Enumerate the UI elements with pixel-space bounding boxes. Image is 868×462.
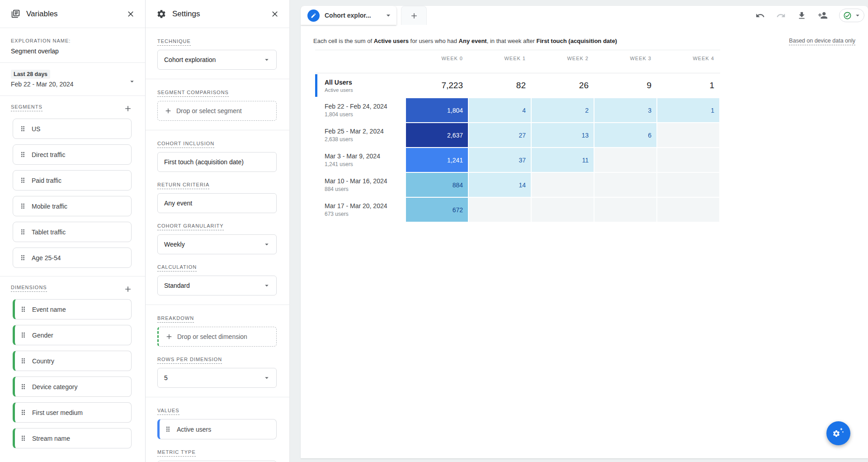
- drag-handle-icon: [19, 331, 27, 339]
- chevron-down-icon[interactable]: [384, 11, 393, 20]
- segment-chip-mobile-traffic[interactable]: Mobile traffic: [13, 196, 132, 216]
- add-tab-button[interactable]: [401, 6, 427, 25]
- all-users-value: 1: [657, 81, 720, 90]
- drag-handle-icon: [19, 228, 27, 236]
- breakdown-dropzone[interactable]: Drop or select dimension: [157, 327, 277, 347]
- canvas-area: Cohort explor...: [290, 0, 868, 462]
- segment-chip-direct-traffic[interactable]: Direct traffic: [13, 144, 132, 165]
- cohort-cell: [657, 198, 719, 222]
- redo-button[interactable]: [776, 11, 786, 20]
- dimension-chip-label: First user medium: [32, 409, 83, 416]
- all-users-value: 9: [594, 81, 657, 90]
- cohort-size: 1,804 users: [325, 111, 406, 118]
- cohort-date-range: Mar 3 - Mar 9, 2024: [325, 152, 406, 160]
- segment-chip-age-25-54[interactable]: Age 25-54: [13, 248, 132, 268]
- segment-chip-tablet-traffic[interactable]: Tablet traffic: [13, 222, 132, 242]
- cohort-date-range: Mar 17 - Mar 20, 2024: [325, 202, 406, 210]
- cohort-granularity-select[interactable]: Weekly: [157, 234, 277, 254]
- undo-button[interactable]: [755, 11, 765, 20]
- cohort-size: 884 users: [325, 186, 406, 192]
- date-range-selector[interactable]: Last 28 days Feb 22 - Mar 20, 2024: [0, 63, 145, 96]
- segment-chip-label: Tablet traffic: [32, 229, 66, 236]
- dimension-chip-device-category[interactable]: Device category: [13, 376, 132, 397]
- date-preset-badge: Last 28 days: [11, 70, 50, 79]
- cohort-cell: 6: [594, 123, 656, 147]
- week-header-row: WEEK 0 WEEK 1 WEEK 2 WEEK 3 WEEK 4: [315, 50, 720, 73]
- technique-label: TECHNIQUE: [157, 38, 191, 46]
- segment-chip-paid-traffic[interactable]: Paid traffic: [13, 170, 132, 191]
- settings-close-icon[interactable]: [270, 10, 279, 19]
- segment-comparisons-label: SEGMENT COMPARISONS: [157, 90, 229, 97]
- return-criteria-select[interactable]: Any event: [157, 193, 277, 213]
- drag-handle-icon: [19, 305, 27, 313]
- segment-chip-label: Age 25-54: [32, 254, 61, 262]
- calculation-label: CALCULATION: [157, 264, 197, 271]
- cohort-cell: 884: [406, 173, 468, 197]
- cohort-row: Mar 17 - Mar 20, 2024 673 users 672: [315, 197, 720, 222]
- plus-icon: [165, 333, 173, 341]
- metric-type-label: METRIC TYPE: [157, 449, 196, 457]
- exploration-name-label: EXPLORATION NAME:: [11, 38, 71, 43]
- cohort-cell: [594, 198, 656, 222]
- cohort-cell: [532, 198, 594, 222]
- based-on-device-data-link[interactable]: Based on device data only: [789, 38, 855, 45]
- cohort-cell: [469, 198, 531, 222]
- cohort-size: 2,638 users: [325, 136, 406, 143]
- technique-select[interactable]: Cohort exploration: [157, 50, 277, 70]
- chevron-down-icon: [854, 11, 862, 19]
- cohort-cell: 3: [594, 98, 656, 122]
- cohort-inclusion-label: COHORT INCLUSION: [157, 141, 214, 148]
- rows-per-dimension-select[interactable]: 5: [157, 368, 277, 388]
- cohort-date-range: Mar 10 - Mar 16, 2024: [325, 177, 406, 185]
- chevron-down-icon: [263, 56, 271, 64]
- cohort-cell: 37: [469, 148, 531, 172]
- tab-label: Cohort explor...: [325, 12, 371, 19]
- week-header: WEEK 2: [531, 56, 594, 61]
- exploration-name-value[interactable]: Segment overlap: [11, 48, 134, 55]
- cohort-cell: [657, 123, 719, 147]
- add-dimension-button[interactable]: [123, 285, 132, 294]
- exploration-card: Cohort explor...: [301, 6, 868, 458]
- chevron-down-icon: [263, 240, 271, 248]
- segment-chip-label: Direct traffic: [32, 151, 65, 158]
- variables-panel: Variables EXPLORATION NAME: Segment over…: [0, 0, 146, 462]
- cohort-cell: 2: [532, 98, 594, 122]
- tab-cohort-exploration[interactable]: Cohort explor...: [301, 6, 396, 25]
- download-button[interactable]: [797, 11, 807, 20]
- variables-close-icon[interactable]: [126, 10, 135, 19]
- dimension-chip-first-user-medium[interactable]: First user medium: [13, 402, 132, 423]
- ai-insights-fab[interactable]: [826, 421, 850, 445]
- drag-handle-icon: [19, 254, 27, 262]
- drag-handle-icon: [19, 176, 27, 184]
- segment-chip-label: Paid traffic: [32, 177, 61, 184]
- status-ok-dropdown[interactable]: [839, 9, 864, 22]
- dimension-chip-stream-name[interactable]: Stream name: [13, 428, 132, 448]
- cohort-cell: 1: [657, 98, 719, 122]
- toolbar-actions: [755, 6, 868, 25]
- cohort-cell: 1,804: [406, 98, 468, 122]
- cohort-cell: [594, 148, 656, 172]
- dimension-chip-label: Event name: [32, 306, 66, 313]
- cohort-cell: [594, 173, 656, 197]
- dimension-chip-label: Country: [32, 357, 54, 365]
- share-add-user-button[interactable]: [818, 10, 828, 20]
- return-criteria-label: RETURN CRITERIA: [157, 182, 209, 189]
- gear-sparkle-icon: [832, 427, 844, 439]
- dimension-chip-event-name[interactable]: Event name: [13, 299, 132, 319]
- cohort-inclusion-select[interactable]: First touch (acquisition date): [157, 152, 277, 172]
- drag-handle-icon: [19, 357, 27, 365]
- add-segment-button[interactable]: [123, 104, 132, 113]
- cohort-date-range: Feb 22 - Feb 24, 2024: [325, 103, 406, 110]
- date-range-text: Feb 22 - Mar 20, 2024: [11, 81, 134, 88]
- segment-chip-us[interactable]: US: [13, 119, 132, 139]
- calculation-select[interactable]: Standard: [157, 276, 277, 295]
- tab-strip: Cohort explor...: [301, 6, 868, 25]
- values-chip-active-users[interactable]: Active users: [157, 419, 277, 439]
- segment-comparisons-dropzone[interactable]: Drop or select segment: [157, 101, 277, 121]
- cohort-cell: 14: [469, 173, 531, 197]
- dimension-chip-country[interactable]: Country: [13, 351, 132, 371]
- week-header: WEEK 1: [468, 56, 531, 61]
- chevron-down-icon: [263, 374, 271, 382]
- dimension-chip-gender[interactable]: Gender: [13, 325, 132, 345]
- drag-handle-icon: [19, 202, 27, 210]
